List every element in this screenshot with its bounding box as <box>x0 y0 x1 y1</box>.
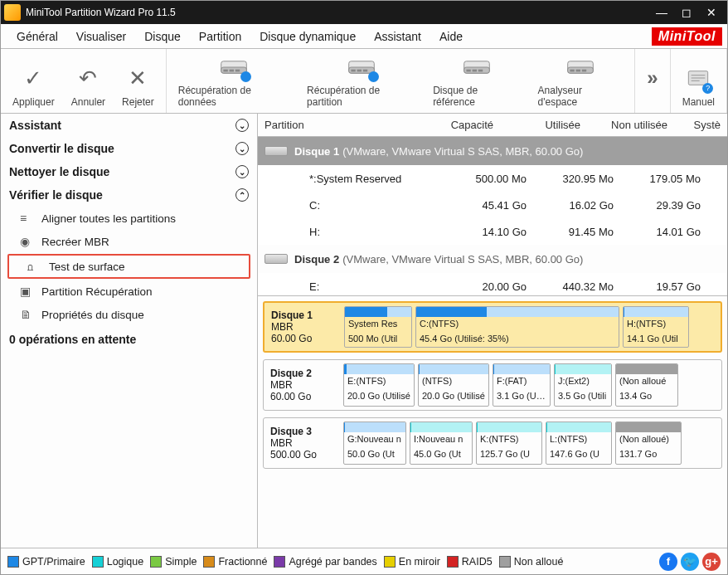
menu-disque dynamique[interactable]: Disque dynamique <box>250 30 365 43</box>
partition-block[interactable]: L:(NTFS)147.6 Go (U <box>546 422 612 465</box>
partition-block[interactable]: F:(FAT)3.1 Go (Utilis <box>493 363 551 407</box>
apply-icon: ✓ <box>24 65 42 91</box>
legend-agr-g-par-bandes: Agrégé par bandes <box>274 556 376 568</box>
legend-logique: Logique <box>92 556 144 568</box>
legend-en-miroir: En miroir <box>384 556 440 568</box>
disk-map-row[interactable]: Disque 3MBR500.00 GoG:Nouveau n50.0 Go (… <box>263 417 722 469</box>
partition-row[interactable]: H:14.10 Go91.45 Mo14.01 Go <box>258 218 727 245</box>
space-analyzer-button[interactable]: Analyseur d'espace <box>530 49 632 113</box>
partition-block[interactable]: K:(NTFS)125.7 Go (U <box>476 422 542 465</box>
col-capacity[interactable]: Capacité <box>409 119 500 131</box>
main-area: Assistant⌄Convertir le disque⌄Nettoyer l… <box>1 114 727 548</box>
menu-bar: GénéralVisualiserDisquePartitionDisque d… <box>1 24 727 49</box>
sidebar-item-disk-props[interactable]: 🗎Propriétés du disque <box>1 303 257 326</box>
align-icon: ≡ <box>20 212 35 225</box>
sidebar-group-vérifier-le-disque[interactable]: Vérifier le disque⌃ <box>1 183 257 207</box>
col-partition[interactable]: Partition <box>258 119 409 131</box>
maximize-button[interactable]: ◻ <box>674 6 699 19</box>
svg-rect-18 <box>576 69 580 71</box>
close-button[interactable]: ✕ <box>699 6 724 19</box>
legend-swatch <box>274 556 285 568</box>
chevron-down-icon: ⌄ <box>235 119 249 132</box>
legend-swatch <box>384 556 396 568</box>
sidebar-item-rebuild-mbr[interactable]: ◉Recréer MBR <box>1 230 257 253</box>
data-recovery-icon <box>219 54 249 80</box>
disk-map-row[interactable]: Disque 2MBR60.00 GoE:(NTFS)20.0 Go (Util… <box>263 359 722 411</box>
partition-block[interactable]: E:(NTFS)20.0 Go (Utilisé <box>343 363 415 407</box>
more-icon: » <box>647 65 658 91</box>
svg-rect-3 <box>230 69 234 71</box>
manual-button[interactable]: Manuel <box>674 49 723 113</box>
pending-operations: 0 opérations en attente <box>1 326 257 353</box>
disk-map-label: Disque 3MBR500.00 Go <box>267 422 340 465</box>
disk-icon <box>265 146 288 156</box>
disk-map-area[interactable]: Disque 1MBR60.00 GoSystem Res500 Mo (Uti… <box>258 296 727 548</box>
surface-test-icon: ⩍ <box>27 260 42 273</box>
undo-button[interactable]: ↶Annuler <box>63 49 114 113</box>
disk-benchmark-button[interactable]: Disque de référence <box>425 49 529 113</box>
partition-recovery-button[interactable]: Récupération de partition <box>298 49 425 113</box>
partition-block[interactable]: (NTFS)20.0 Go (Utilisé <box>418 363 489 407</box>
disk-map-row[interactable]: Disque 1MBR60.00 GoSystem Res500 Mo (Uti… <box>263 301 722 353</box>
sidebar-item-align[interactable]: ≡Aligner toutes les partitions <box>1 207 257 230</box>
legend-swatch <box>499 556 511 568</box>
undo-icon: ↶ <box>79 65 97 91</box>
apply-button[interactable]: ✓Appliquer <box>4 49 63 113</box>
legend-raid-: RAID5 <box>447 556 493 568</box>
discard-icon: ✕ <box>129 65 147 91</box>
partition-row[interactable]: E:20.00 Go440.32 Mo19.57 Go <box>258 273 727 296</box>
partition-block[interactable]: System Res500 Mo (Util <box>344 306 412 348</box>
menu-visualiser[interactable]: Visualiser <box>67 30 135 43</box>
svg-rect-8 <box>357 69 362 71</box>
svg-rect-4 <box>235 69 240 71</box>
window-title: MiniTool Partition Wizard Pro 11.5 <box>26 7 649 18</box>
partition-table-header: Partition Capacité Utilisée Non utilisée… <box>258 114 727 137</box>
menu-partition[interactable]: Partition <box>190 30 250 43</box>
col-unused[interactable]: Non utilisée <box>587 119 674 131</box>
menu-aide[interactable]: Aide <box>430 30 472 43</box>
data-recovery-button[interactable]: Récupération de données <box>170 49 298 113</box>
partition-row[interactable]: *:System Reserved500.00 Mo320.95 Mo179.0… <box>258 165 727 192</box>
disk-header-row[interactable]: Disque 2 (VMware, VMware Virtual S SAS, … <box>258 245 727 273</box>
legend-simple: Simple <box>150 556 197 568</box>
partition-list[interactable]: Disque 1 (VMware, VMware Virtual S SAS, … <box>258 137 727 296</box>
partition-block[interactable]: G:Nouveau n50.0 Go (Ut <box>343 422 406 465</box>
legend-swatch <box>150 556 162 568</box>
disk-benchmark-icon <box>462 54 492 80</box>
partition-block[interactable]: C:(NTFS)45.4 Go (Utilisé: 35%) <box>415 306 619 348</box>
partition-row[interactable]: C:45.41 Go16.02 Go29.39 Go <box>258 192 727 218</box>
sidebar-group-assistant[interactable]: Assistant⌄ <box>1 114 257 137</box>
svg-rect-12 <box>467 69 471 71</box>
disk-header-row[interactable]: Disque 1 (VMware, VMware Virtual S SAS, … <box>258 137 727 165</box>
legend-swatch <box>92 556 104 568</box>
sidebar-item-part-recovery[interactable]: ▣Partition Récupération <box>1 280 257 303</box>
sidebar-group-convertir-le-disque[interactable]: Convertir le disque⌄ <box>1 137 257 160</box>
social-gp-icon[interactable]: g+ <box>702 553 721 571</box>
partition-block[interactable]: (Non alloué13.4 Go <box>615 363 678 407</box>
svg-rect-13 <box>473 69 477 71</box>
social-fb-icon[interactable]: f <box>659 553 677 571</box>
discard-button[interactable]: ✕Rejeter <box>114 49 163 113</box>
manual-icon <box>686 65 711 91</box>
chevron-up-icon: ⌃ <box>235 188 249 202</box>
svg-rect-17 <box>570 69 574 71</box>
menu-assistant[interactable]: Assistant <box>365 30 430 43</box>
sidebar-group-nettoyer-le-disque[interactable]: Nettoyer le disque⌄ <box>1 160 257 183</box>
legend-swatch <box>7 556 19 568</box>
social-tw-icon[interactable]: 🐦 <box>681 553 699 571</box>
col-used[interactable]: Utilisée <box>500 119 587 131</box>
legend-gpt-primaire: GPT/Primaire <box>7 556 85 568</box>
toolbar-more-button[interactable]: » <box>638 49 666 113</box>
minimize-button[interactable]: — <box>649 6 674 19</box>
partition-block[interactable]: H:(NTFS)14.1 Go (Util <box>623 306 689 348</box>
col-system[interactable]: Systè <box>674 119 727 131</box>
partition-block[interactable]: I:Nouveau n45.0 Go (Ut <box>410 422 473 465</box>
menu-général[interactable]: Général <box>7 30 67 43</box>
sidebar-item-surface-test[interactable]: ⩍Test de surface <box>7 254 250 279</box>
part-recovery-icon: ▣ <box>20 285 35 298</box>
partition-block[interactable]: (Non alloué)131.7 Go <box>615 422 682 465</box>
partition-block[interactable]: J:(Ext2)3.5 Go (Utili <box>554 363 612 407</box>
toolbar: ✓Appliquer↶Annuler✕Rejeter Récupération … <box>1 49 727 114</box>
menu-disque[interactable]: Disque <box>135 30 190 43</box>
svg-rect-14 <box>478 69 483 71</box>
